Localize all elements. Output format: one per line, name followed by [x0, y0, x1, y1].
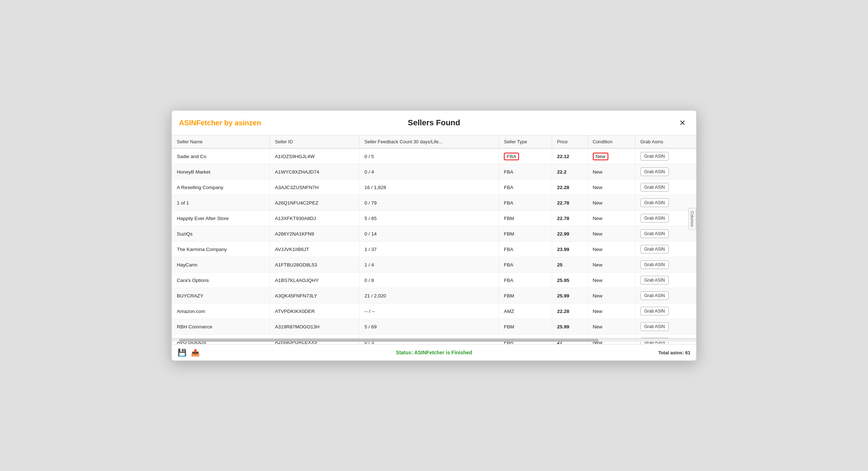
col-grab-asins: Grab Asins: [635, 135, 696, 148]
cell-grab-asin: Grab ASIN: [635, 273, 696, 288]
cell-feedback: -- / --: [359, 304, 499, 319]
grab-asin-button[interactable]: Grab ASIN: [640, 260, 669, 269]
horizontal-scrollbar[interactable]: [172, 338, 696, 342]
cell-seller-id: A1WYC8XZHAJD74: [270, 164, 359, 180]
table-row: BUYCRAZYA3QK45FNFN73LY21 / 2,020FBM25.99…: [172, 288, 696, 304]
cell-feedback: 0 / 8: [359, 273, 499, 288]
cell-condition: New: [587, 195, 635, 211]
cell-seller-name: HayCarm: [172, 257, 270, 273]
cell-feedback: 5 / 85: [359, 211, 499, 226]
cell-seller-type: FBA: [498, 195, 552, 211]
cell-feedback: 0 / 14: [359, 226, 499, 242]
status-text: Status: ASINFetcher is Finished: [396, 350, 472, 355]
grab-asin-button[interactable]: Grab ASIN: [640, 214, 669, 223]
cell-seller-id: A3AJC3ZUSNFN7H: [270, 180, 359, 195]
table-row: Cara's OptionsA1BS7KL4AOJQHY0 / 8FBA25.9…: [172, 273, 696, 288]
cell-price: 22.99: [552, 226, 587, 242]
cell-seller-type: FBA: [498, 164, 552, 180]
cell-seller-id: A1FTBU28GD8L53: [270, 257, 359, 273]
col-seller-type: Seller Type: [498, 135, 552, 148]
table-row: 1 of 1A26Q1NFU4C2PEZ0 / 79FBA22.78NewGra…: [172, 195, 696, 211]
cell-seller-type: FBA: [498, 242, 552, 257]
cell-condition: New: [587, 164, 635, 180]
cell-condition: New: [587, 288, 635, 304]
table-row: The Karmina CompanyAVJJVK1IIB6JT1 / 37FB…: [172, 242, 696, 257]
cell-feedback: 0 / 4: [359, 164, 499, 180]
col-seller-id: Seller ID: [270, 135, 359, 148]
cell-condition: New: [587, 242, 635, 257]
table-row: Sadie and CoA1IOZS9HGJL4W0 / 5FBA22.12Ne…: [172, 148, 696, 164]
table-row: Happily Ever After StoreA13XFKT930A8DJ5 …: [172, 211, 696, 226]
table-row: SuziQsA266Y2NA1KFN90 / 14FBM22.99NewGrab…: [172, 226, 696, 242]
col-feedback: Seller Feedback Count 30 days/Life...: [359, 135, 499, 148]
cell-seller-id: A13XFKT930A8DJ: [270, 211, 359, 226]
cell-feedback: 1 / 4: [359, 257, 499, 273]
cell-price: 25.95: [552, 273, 587, 288]
grab-asin-button[interactable]: Grab ASIN: [640, 245, 669, 254]
grab-asin-button[interactable]: Grab ASIN: [640, 322, 669, 331]
table-row: HoneyB MarketA1WYC8XZHAJD740 / 4FBA22.2N…: [172, 164, 696, 180]
sellers-table: Seller Name Seller ID Seller Feedback Co…: [172, 135, 696, 344]
grab-asin-button[interactable]: Grab ASIN: [640, 229, 669, 238]
cell-grab-asin: Grab ASIN: [635, 164, 696, 180]
cell-condition: New: [587, 148, 635, 164]
cell-seller-id: A26Q1NFU4C2PEZ: [270, 195, 359, 211]
sellers-found-modal: ASINFetcher by asinzen Sellers Found × C…: [171, 110, 697, 361]
grab-asin-button[interactable]: Grab ASIN: [640, 276, 669, 284]
cell-seller-id: ATVPDKIKX0DER: [270, 304, 359, 319]
cell-condition: New: [587, 319, 635, 335]
cell-grab-asin: Grab ASIN: [635, 242, 696, 257]
modal-footer: 💾 📤 Status: ASINFetcher is Finished Tota…: [172, 344, 696, 360]
cell-price: 23.99: [552, 242, 587, 257]
cell-grab-asin: Grab ASIN: [635, 211, 696, 226]
cell-price: 25.99: [552, 288, 587, 304]
col-seller-name: Seller Name: [172, 135, 270, 148]
cell-seller-name: RBH Commerce: [172, 319, 270, 335]
cell-feedback: 0 / 79: [359, 195, 499, 211]
cell-grab-asin: Grab ASIN: [635, 304, 696, 319]
table-row: HayCarmA1FTBU28GD8L531 / 4FBA25NewGrab A…: [172, 257, 696, 273]
cell-condition: New: [587, 257, 635, 273]
col-price: Price: [552, 135, 587, 148]
cell-seller-type: FBA: [498, 257, 552, 273]
grab-asin-button[interactable]: Grab ASIN: [640, 167, 669, 176]
table-body: Sadie and CoA1IOZS9HGJL4W0 / 5FBA22.12Ne…: [172, 148, 696, 344]
cell-seller-type: FBM: [498, 211, 552, 226]
grab-asin-button[interactable]: Grab ASIN: [640, 198, 669, 207]
cell-seller-type: FBA: [498, 273, 552, 288]
cell-seller-name: A Reselling Company: [172, 180, 270, 195]
cell-grab-asin: Grab ASIN: [635, 257, 696, 273]
grab-asin-button[interactable]: Grab ASIN: [640, 152, 669, 161]
table-row: A Reselling CompanyA3AJC3ZUSNFN7H16 / 1,…: [172, 180, 696, 195]
cell-seller-name: HoneyB Market: [172, 164, 270, 180]
cell-price: 22.28: [552, 304, 587, 319]
cell-condition: New: [587, 304, 635, 319]
cell-seller-id: A266Y2NA1KFN9: [270, 226, 359, 242]
cell-seller-type: FBM: [498, 226, 552, 242]
modal-title: Sellers Found: [408, 118, 460, 127]
cell-seller-name: Cara's Options: [172, 273, 270, 288]
cell-feedback: 21 / 2,020: [359, 288, 499, 304]
table-container: Columns Seller Name Seller ID Seller Fee…: [172, 135, 696, 344]
grab-asin-button[interactable]: Grab ASIN: [640, 183, 669, 192]
cell-seller-name: Amazon.com: [172, 304, 270, 319]
cell-seller-name: The Karmina Company: [172, 242, 270, 257]
cell-seller-id: A1BS7KL4AOJQHY: [270, 273, 359, 288]
cell-seller-name: Happily Ever After Store: [172, 211, 270, 226]
footer-actions: 💾 📤: [178, 348, 200, 357]
save-button[interactable]: 💾: [178, 348, 187, 357]
close-button[interactable]: ×: [676, 116, 689, 129]
export-button[interactable]: 📤: [191, 348, 200, 357]
grab-asin-button[interactable]: Grab ASIN: [640, 291, 669, 300]
cell-seller-id: A3QK45FNFN73LY: [270, 288, 359, 304]
columns-tab[interactable]: Columns: [688, 208, 696, 230]
cell-grab-asin: Grab ASIN: [635, 288, 696, 304]
cell-seller-type: AMZ: [498, 304, 552, 319]
cell-seller-name: Sadie and Co: [172, 148, 270, 164]
cell-grab-asin: Grab ASIN: [635, 180, 696, 195]
cell-condition: New: [587, 180, 635, 195]
cell-seller-type: FBA: [498, 180, 552, 195]
total-asins: Total asins: 61: [658, 350, 690, 355]
cell-feedback: 16 / 1,828: [359, 180, 499, 195]
grab-asin-button[interactable]: Grab ASIN: [640, 307, 669, 315]
